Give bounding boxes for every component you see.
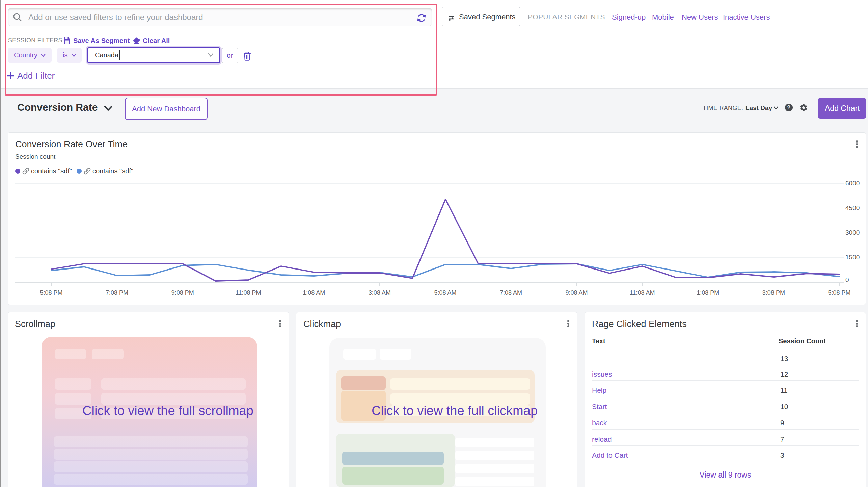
svg-text:?: ? — [787, 105, 791, 110]
